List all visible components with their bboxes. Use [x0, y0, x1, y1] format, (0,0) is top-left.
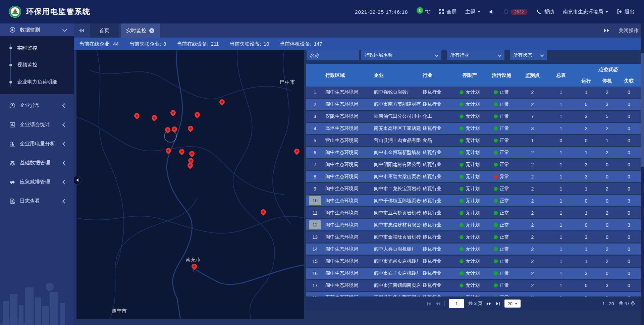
limit-status-cell: 无计划: [454, 195, 485, 206]
row-number: 3: [312, 114, 318, 119]
col-header-point-status: 点位状态: [575, 66, 641, 73]
table-row[interactable]: 13阆中生态环境局阆中市金福旺页岩机砖砖瓦行业无计划正常21300: [306, 231, 641, 242]
table-row[interactable]: 15阆中生态环境局阆中市光富页岩机砖厂砖瓦行业无计划正常21120: [306, 256, 641, 267]
region-cell: 阆中生态环境局: [324, 268, 372, 279]
running-cell: 0: [575, 99, 597, 110]
next-page-button[interactable]: [486, 301, 491, 306]
status-dot: [460, 247, 464, 251]
table-row[interactable]: 7阆中生态环境局阆中明阳建材有限公司砖瓦行业无计划正常21300: [306, 159, 641, 170]
sidebar-item-data-monitor[interactable]: 数据监测: [0, 23, 74, 36]
table-row[interactable]: 18南部生态环境局南部县瑞华土陶有限公砖瓦行业无计划正常21030: [306, 292, 641, 296]
org-menu[interactable]: 南充市生态环境局: [563, 9, 608, 15]
sidebar-subitem-realtime-monitor[interactable]: 实时监控: [0, 45, 74, 51]
row-number-cell: 8: [306, 171, 324, 182]
table-row[interactable]: 16阆中生态环境局阆中市石子页岩机砖厂砖瓦行业无计划正常21300: [306, 268, 641, 279]
triangle-left-icon: [76, 178, 78, 182]
table-row[interactable]: 17阆中生态环境局阆中市江南镇阆南页岩砖瓦行业无计划正常21030: [306, 280, 641, 291]
sidebar-subitem-power-load-detail[interactable]: 企业电力负荷明细: [0, 79, 74, 85]
sidebar-subitem-video-monitor[interactable]: 视频监控: [0, 62, 74, 68]
meters-cell: 1: [547, 243, 575, 255]
industry-cell: 食品: [421, 135, 454, 146]
status-dot: [494, 211, 498, 215]
table-row[interactable]: 11阆中生态环境局阆中市五马桥页岩机砖砖瓦行业无计划正常21120: [306, 207, 641, 218]
meters-cell: 1: [547, 268, 575, 279]
theme-menu[interactable]: 主题: [465, 9, 480, 15]
prev-page-button[interactable]: [435, 301, 440, 306]
stopped-cell: 2: [597, 243, 617, 255]
row-number: 7: [312, 162, 318, 167]
close-operations-button[interactable]: 关闭操作: [619, 28, 639, 34]
alert-circle-icon: [9, 103, 15, 109]
table-row[interactable]: 4高坪生态环境局南充市高坪区王家店建砖瓦行业无计划正常31220: [306, 123, 641, 134]
name-filter-input[interactable]: [307, 50, 359, 60]
table-row[interactable]: 9阆中生态环境局阆中市二龙长宝页岩砖砖瓦行业无计划正常21120: [306, 183, 641, 194]
first-page-button[interactable]: [426, 301, 431, 306]
map-collapse-button[interactable]: [73, 176, 82, 184]
status-label: 正常: [500, 125, 509, 131]
table-row[interactable]: 14阆中生态环境局阆中大兴页岩机砖厂砖瓦行业无计划正常21120: [306, 243, 641, 255]
table-row[interactable]: 3仪陇生态环境局西南油气田分公司川中化工无计划正常71350: [306, 111, 641, 122]
sidebar-item-base-data[interactable]: 基础数据管理: [0, 153, 74, 172]
sidebar-item-company-statistics[interactable]: 企业综合统计: [0, 115, 74, 134]
logout-button[interactable]: 退出: [617, 9, 635, 15]
chevron-down-icon: [498, 53, 501, 57]
status-filter-value: 所有状态: [513, 52, 532, 58]
speaker-icon[interactable]: [489, 9, 494, 14]
offline-cell: 0: [617, 111, 641, 122]
map[interactable]: 巴中市南充市遂宁市: [76, 50, 304, 319]
last-page-button[interactable]: [495, 301, 500, 306]
sidebar-item-emergency-reduction[interactable]: 应急减排管理: [0, 172, 74, 192]
tab-realtime-monitor[interactable]: 实时监控: [121, 23, 160, 38]
col-header-index: [306, 64, 324, 87]
row-number: 10: [309, 196, 321, 205]
stopped-cell: 2: [597, 207, 617, 218]
col-header-company: 企业: [372, 64, 421, 87]
page-scrollbar[interactable]: [641, 23, 644, 325]
stat-online-companies: 当前在线企业:44: [79, 41, 119, 47]
row-number-cell: 16: [306, 268, 324, 279]
tabs-scroll-right-icon[interactable]: [604, 28, 610, 34]
sidebar-item-company-abnormal[interactable]: 企业异常: [0, 96, 74, 115]
stopped-cell: 3: [597, 280, 617, 291]
page-number-input[interactable]: [449, 299, 464, 308]
offline-cell: 0: [617, 135, 641, 146]
company-cell: 阆中强锐页岩砖厂: [372, 87, 421, 98]
caret-down-icon: [478, 11, 480, 13]
status-label: 正常: [500, 101, 509, 107]
chevron-down-icon: [435, 53, 438, 57]
sidebar-item-power-analysis[interactable]: 企业用电量分析: [0, 134, 74, 153]
row-number: 14: [312, 247, 318, 252]
pagination-total: 共 47 条: [619, 301, 635, 307]
facility-status-cell: 正常: [485, 231, 518, 242]
table-row[interactable]: 12阆中生态环境局阆中市忠信建材有限公砖瓦行业无计划正常21003: [306, 219, 641, 230]
status-dot: [460, 151, 464, 155]
stopped-cell: 0: [597, 268, 617, 279]
status-label: 无计划: [466, 138, 480, 144]
table-row[interactable]: 2阆中生态环境局阆中市南方节能建材有砖瓦行业无计划正常21030: [306, 99, 641, 110]
industry-filter-select[interactable]: 所有行业: [447, 50, 504, 60]
close-tab-icon[interactable]: [149, 28, 154, 33]
table-row[interactable]: 8阆中生态环境局阆中市枣碧大梁山页岩砖瓦行业无计划异常21300: [306, 171, 641, 182]
table-row[interactable]: 10阆中生态环境局阆中千佛镇五郎垭页岩砖瓦行业无计划正常21003: [306, 195, 641, 206]
status-dot: [494, 187, 498, 191]
row-number-cell: 5: [306, 135, 324, 146]
table-row[interactable]: 5营山生态环境局营山县润丰肉食品有限食品无计划正常10010: [306, 135, 641, 146]
pagination-controls: 共 3 页 20: [306, 296, 641, 311]
tab-home[interactable]: 首页: [90, 23, 119, 38]
table-row[interactable]: 6阆中生态环境局阆中市金博瑞新型墙材砖瓦行业无计划正常21120: [306, 147, 641, 158]
limit-status-cell: 无计划: [454, 256, 485, 267]
help-button[interactable]: 帮助: [536, 9, 554, 15]
scrollbar-thumb[interactable]: [641, 53, 644, 167]
table-row[interactable]: 1阆中生态环境局阆中强锐页岩砖厂砖瓦行业无计划正常21120: [306, 87, 641, 98]
status-filter-select[interactable]: 所有状态: [510, 50, 547, 60]
page-size-select[interactable]: 20: [504, 300, 520, 308]
sidebar-item-log-view[interactable]: 日志查看: [0, 192, 74, 211]
points-cell: 7: [518, 111, 547, 122]
region-filter-select[interactable]: 行政区域名称: [361, 50, 441, 60]
offline-cell: 0: [617, 171, 641, 182]
notifications-button[interactable]: 2632: [503, 9, 528, 15]
fullscreen-button[interactable]: 全屏: [439, 9, 457, 15]
status-label: 正常: [500, 282, 509, 288]
tabs-scroll-left-icon[interactable]: [78, 28, 85, 34]
industry-filter-value: 所有行业: [450, 52, 469, 58]
